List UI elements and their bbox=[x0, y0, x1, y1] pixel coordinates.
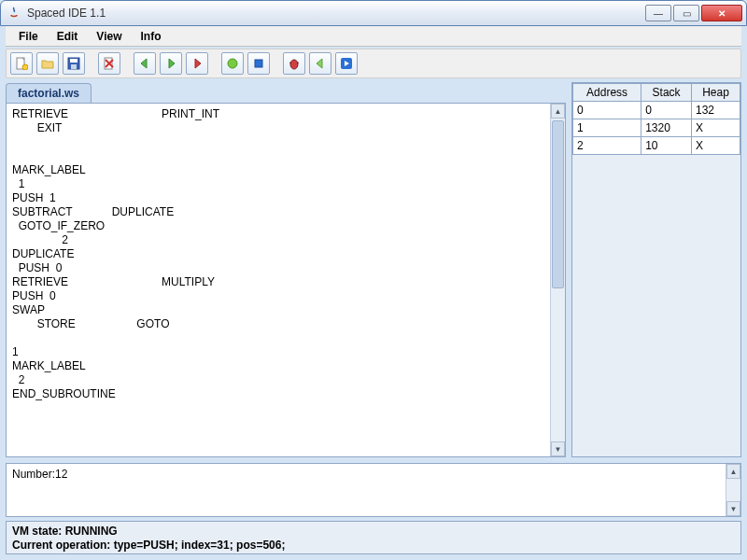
svg-rect-3 bbox=[70, 59, 78, 63]
menu-info[interactable]: Info bbox=[133, 28, 168, 45]
scroll-up-icon[interactable]: ▲ bbox=[726, 464, 740, 479]
table-row: 2 10 X bbox=[573, 137, 740, 155]
step-forward-button[interactable] bbox=[335, 52, 358, 75]
col-address[interactable]: Address bbox=[573, 84, 641, 102]
svg-point-1 bbox=[22, 64, 28, 70]
table-row: 0 0 132 bbox=[573, 102, 740, 119]
scroll-thumb[interactable] bbox=[552, 120, 564, 288]
col-stack[interactable]: Stack bbox=[641, 84, 692, 102]
table-row: 1 1320 X bbox=[573, 119, 740, 137]
back-button[interactable] bbox=[134, 52, 156, 75]
vm-state-text: VM state: RUNNING bbox=[12, 525, 735, 539]
col-heap[interactable]: Heap bbox=[691, 84, 740, 102]
menu-view[interactable]: View bbox=[89, 28, 129, 45]
scroll-down-icon[interactable]: ▼ bbox=[726, 501, 740, 516]
scroll-up-icon[interactable]: ▲ bbox=[551, 104, 565, 119]
output-scrollbar[interactable]: ▲ ▼ bbox=[726, 464, 740, 516]
svg-point-6 bbox=[228, 59, 237, 68]
forward-button[interactable] bbox=[160, 52, 182, 75]
run-button[interactable] bbox=[221, 52, 244, 75]
svg-rect-7 bbox=[255, 60, 262, 67]
memory-panel: Address Stack Heap 0 0 132 1 1320 X 2 10… bbox=[571, 82, 741, 457]
memory-table: Address Stack Heap 0 0 132 1 1320 X 2 10… bbox=[572, 83, 740, 155]
maximize-button[interactable]: ▭ bbox=[673, 5, 699, 21]
menu-bar: File Edit View Info bbox=[6, 26, 741, 47]
window-titlebar: Spaced IDE 1.1 — ▭ ✕ bbox=[0, 0, 747, 26]
close-button[interactable]: ✕ bbox=[701, 5, 742, 21]
editor-content[interactable]: RETRIEVE PRINT_INT EXIT MARK_LABEL 1 PUS… bbox=[7, 104, 550, 456]
status-panel: VM state: RUNNING Current operation: typ… bbox=[6, 521, 741, 554]
window-title: Spaced IDE 1.1 bbox=[27, 7, 643, 20]
step-back-button[interactable] bbox=[309, 52, 331, 75]
debug-button[interactable] bbox=[283, 52, 305, 75]
scroll-down-icon[interactable]: ▼ bbox=[551, 441, 565, 456]
debug-step-button[interactable] bbox=[186, 52, 208, 75]
editor-scrollbar[interactable]: ▲ ▼ bbox=[550, 104, 565, 456]
current-op-text: Current operation: type=PUSH; index=31; … bbox=[12, 539, 735, 553]
menu-file[interactable]: File bbox=[11, 28, 46, 45]
tab-factorial[interactable]: factorial.ws bbox=[6, 83, 92, 103]
svg-rect-4 bbox=[71, 64, 77, 69]
code-editor[interactable]: RETRIEVE PRINT_INT EXIT MARK_LABEL 1 PUS… bbox=[6, 103, 566, 457]
toolbar bbox=[6, 49, 741, 78]
stop-button[interactable] bbox=[247, 52, 270, 75]
open-file-button[interactable] bbox=[36, 52, 59, 75]
svg-point-8 bbox=[290, 60, 298, 69]
delete-button[interactable] bbox=[98, 52, 120, 75]
save-button[interactable] bbox=[63, 52, 85, 75]
minimize-button[interactable]: — bbox=[645, 5, 671, 21]
menu-edit[interactable]: Edit bbox=[49, 28, 86, 45]
java-icon bbox=[7, 6, 21, 21]
new-file-button[interactable] bbox=[10, 52, 33, 75]
output-panel: Number:12 ▲ ▼ bbox=[6, 463, 741, 517]
output-text[interactable]: Number:12 bbox=[7, 464, 726, 516]
